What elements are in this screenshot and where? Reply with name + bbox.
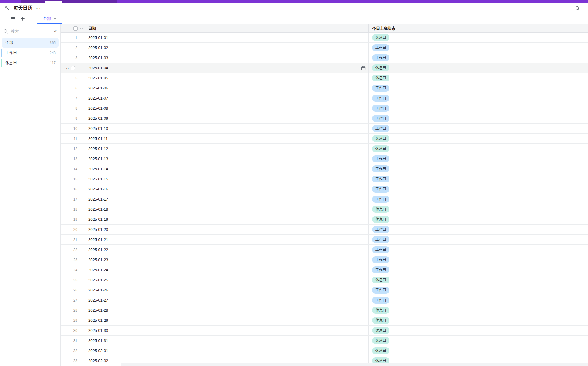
row-gutter[interactable]: 24: [61, 265, 84, 275]
date-cell[interactable]: 2025-02-01: [84, 346, 369, 356]
status-badge[interactable]: 工作日: [372, 125, 389, 132]
date-cell[interactable]: 2025-01-24: [84, 265, 369, 275]
status-cell[interactable]: 工作日: [369, 255, 588, 265]
status-cell[interactable]: 工作日: [369, 265, 588, 275]
date-cell[interactable]: 2025-01-10: [84, 124, 369, 133]
column-header-date[interactable]: 日期: [84, 24, 369, 32]
row-gutter[interactable]: 23: [61, 255, 84, 265]
status-badge[interactable]: 工作日: [372, 165, 389, 172]
date-cell[interactable]: 2025-01-06: [84, 83, 369, 93]
table-row[interactable]: 15 2025-01-15 工作日: [61, 174, 588, 184]
status-badge[interactable]: 工作日: [372, 287, 389, 294]
table-row[interactable]: 32 2025-02-01 休息日: [61, 346, 588, 356]
row-gutter[interactable]: 32: [61, 346, 84, 356]
table-row[interactable]: 1 2025-01-01 休息日: [61, 33, 588, 43]
date-cell[interactable]: 2025-01-30: [84, 326, 369, 335]
row-gutter[interactable]: 22: [61, 245, 84, 255]
table-row[interactable]: 27 2025-01-27 工作日: [61, 295, 588, 305]
status-cell[interactable]: 工作日: [369, 235, 588, 244]
row-gutter[interactable]: 27: [61, 295, 84, 305]
status-badge[interactable]: 工作日: [372, 95, 389, 102]
status-badge[interactable]: 休息日: [372, 135, 389, 142]
status-cell[interactable]: 工作日: [369, 194, 588, 204]
status-badge[interactable]: 工作日: [372, 115, 389, 122]
row-gutter[interactable]: 18: [61, 204, 84, 214]
date-cell[interactable]: 2025-01-12: [84, 144, 369, 154]
date-cell[interactable]: 2025-01-05: [84, 73, 369, 83]
table-row[interactable]: 9 2025-01-09 工作日: [61, 113, 588, 124]
date-cell[interactable]: 2025-01-16: [84, 184, 369, 194]
status-cell[interactable]: 工作日: [369, 184, 588, 194]
row-gutter[interactable]: 11: [61, 134, 84, 143]
row-gutter[interactable]: 10: [61, 124, 84, 133]
table-row[interactable]: 30 2025-01-30 休息日: [61, 326, 588, 336]
status-badge[interactable]: 休息日: [372, 216, 389, 223]
status-cell[interactable]: 工作日: [369, 164, 588, 174]
table-row[interactable]: ··· 2025-01-04 休息日: [61, 63, 588, 73]
row-gutter[interactable]: 31: [61, 336, 84, 346]
row-gutter[interactable]: 26: [61, 285, 84, 295]
table-row[interactable]: 24 2025-01-24 工作日: [61, 265, 588, 275]
row-gutter[interactable]: 30: [61, 326, 84, 335]
status-cell[interactable]: 休息日: [369, 204, 588, 214]
collapse-sidebar-icon[interactable]: «: [54, 29, 57, 34]
status-cell[interactable]: 工作日: [369, 295, 588, 305]
row-gutter[interactable]: 29: [61, 315, 84, 325]
add-view-icon[interactable]: [20, 16, 25, 21]
status-cell[interactable]: 休息日: [369, 73, 588, 83]
status-badge[interactable]: 休息日: [372, 347, 389, 354]
status-badge[interactable]: 休息日: [372, 317, 389, 324]
status-cell[interactable]: 工作日: [369, 285, 588, 295]
date-cell[interactable]: 2025-01-14: [84, 164, 369, 174]
table-row[interactable]: 2 2025-01-02 工作日: [61, 43, 588, 53]
chevron-down-icon[interactable]: [80, 27, 83, 30]
row-checkbox[interactable]: [71, 66, 75, 70]
row-gutter[interactable]: 14: [61, 164, 84, 174]
status-badge[interactable]: 休息日: [372, 145, 389, 152]
more-icon[interactable]: ···: [35, 7, 41, 10]
table-row[interactable]: 6 2025-01-06 工作日: [61, 83, 588, 93]
status-badge[interactable]: 休息日: [372, 75, 389, 81]
search-icon[interactable]: [575, 6, 580, 11]
status-cell[interactable]: 休息日: [369, 33, 588, 42]
row-gutter[interactable]: 12: [61, 144, 84, 154]
date-cell[interactable]: 2025-01-31: [84, 336, 369, 346]
row-gutter[interactable]: 15: [61, 174, 84, 184]
status-cell[interactable]: 工作日: [369, 174, 588, 184]
date-cell[interactable]: 2025-01-04: [84, 63, 369, 73]
row-gutter[interactable]: 25: [61, 275, 84, 285]
row-gutter[interactable]: 17: [61, 194, 84, 204]
table-row[interactable]: 21 2025-01-21 工作日: [61, 235, 588, 245]
status-badge[interactable]: 工作日: [372, 105, 389, 112]
table-row[interactable]: 8 2025-01-08 工作日: [61, 103, 588, 113]
date-cell[interactable]: 2025-01-01: [84, 33, 369, 42]
status-cell[interactable]: 工作日: [369, 113, 588, 123]
date-cell[interactable]: 2025-01-13: [84, 154, 369, 164]
status-badge[interactable]: 休息日: [372, 206, 389, 213]
status-badge[interactable]: 工作日: [372, 297, 389, 304]
table-row[interactable]: 14 2025-01-14 工作日: [61, 164, 588, 174]
status-badge[interactable]: 休息日: [372, 34, 389, 41]
calendar-icon[interactable]: [361, 66, 366, 70]
date-cell[interactable]: 2025-01-28: [84, 305, 369, 315]
date-cell[interactable]: 2025-01-09: [84, 113, 369, 123]
date-cell[interactable]: 2025-01-29: [84, 315, 369, 325]
table-row[interactable]: 26 2025-01-26 工作日: [61, 285, 588, 295]
table-row[interactable]: 28 2025-01-28 休息日: [61, 305, 588, 315]
status-cell[interactable]: 休息日: [369, 214, 588, 224]
row-gutter[interactable]: 7: [61, 93, 84, 103]
status-badge[interactable]: 工作日: [372, 155, 389, 162]
status-badge[interactable]: 工作日: [372, 54, 389, 61]
table-row[interactable]: 22 2025-01-22 工作日: [61, 245, 588, 255]
horizontal-scrollbar-track[interactable]: [121, 363, 588, 366]
status-badge[interactable]: 工作日: [372, 256, 389, 263]
row-gutter[interactable]: 28: [61, 305, 84, 315]
row-gutter[interactable]: 33: [61, 356, 84, 366]
sidebar-item-工作日[interactable]: 工作日 248: [2, 48, 59, 58]
table-row[interactable]: 29 2025-01-29 休息日: [61, 315, 588, 326]
status-badge[interactable]: 休息日: [372, 307, 389, 314]
date-cell[interactable]: 2025-01-21: [84, 235, 369, 244]
status-badge[interactable]: 工作日: [372, 266, 389, 273]
status-badge[interactable]: 工作日: [372, 186, 389, 193]
status-badge[interactable]: 工作日: [372, 246, 389, 253]
